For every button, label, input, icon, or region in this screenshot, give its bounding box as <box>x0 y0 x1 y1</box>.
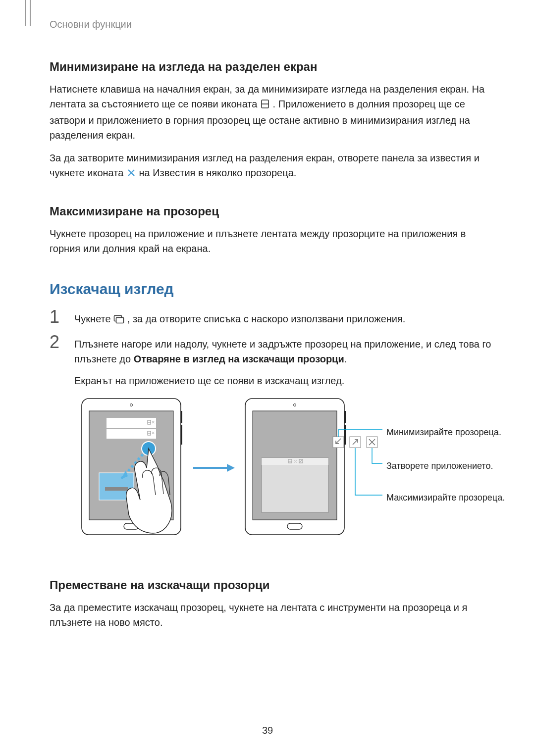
step-body: Плъзнете нагоре или надолу, чукнете и за… <box>74 337 510 554</box>
close-x-icon <box>126 167 136 182</box>
svg-rect-5 <box>116 318 124 323</box>
text: , за да отворите списъка с наскоро изпол… <box>127 313 406 324</box>
svg-rect-44 <box>333 437 344 448</box>
svg-rect-34 <box>344 411 346 423</box>
recents-icon <box>113 313 124 328</box>
section-header: Основни функции <box>50 19 485 30</box>
tab-decoration <box>25 0 31 26</box>
page-number: 39 <box>0 725 535 736</box>
step-number: 2 <box>50 335 74 350</box>
text: Чукнете <box>74 313 113 324</box>
step-1: 1 Чукнете , за да отворите списъка с нас… <box>50 311 485 328</box>
svg-rect-12 <box>107 418 156 428</box>
heading-maximize-window: Максимизиране на прозорец <box>50 204 485 218</box>
step-2: 2 Плъзнете нагоре или надолу, чукнете и … <box>50 337 485 554</box>
step-number: 1 <box>50 309 74 324</box>
step-body: Чукнете , за да отворите списъка с наско… <box>74 311 485 328</box>
text: на Известия в няколко прозореца. <box>139 167 296 178</box>
callout-maximize: Максимизирайте прозореца. <box>386 490 505 505</box>
svg-rect-10 <box>181 411 182 423</box>
bold-text: Отваряне в изглед на изскачащи прозорци <box>134 353 344 364</box>
page: Основни функции Минимизиране на изгледа … <box>0 0 535 756</box>
illustration <box>79 396 510 554</box>
callout-minimize: Минимизирайте прозореца. <box>386 425 501 440</box>
svg-rect-35 <box>344 425 346 445</box>
text: . <box>344 353 347 364</box>
heading-move-popup: Преместване на изскачащи прозорци <box>50 578 485 592</box>
figure-popup-view: Минимизирайте прозореца. Затворете прило… <box>79 396 510 554</box>
paragraph: За да затворите минимизирания изглед на … <box>50 151 485 182</box>
callout-close: Затворете приложението. <box>386 458 493 473</box>
paragraph: За да преместите изскачащ прозорец, чукн… <box>50 600 485 630</box>
paragraph: Екранът на приложението ще се появи в из… <box>74 373 510 388</box>
svg-rect-13 <box>107 429 156 439</box>
heading-minimize-split: Минимизиране на изгледа на разделен екра… <box>50 60 485 74</box>
svg-rect-23 <box>105 487 128 491</box>
split-screen-icon <box>260 98 270 113</box>
svg-marker-29 <box>227 464 235 472</box>
heading-popup-view: Изскачащ изглед <box>50 281 485 298</box>
paragraph: Натиснете клавиша на началния екран, за … <box>50 82 485 143</box>
svg-rect-11 <box>181 425 182 445</box>
svg-rect-36 <box>262 458 328 512</box>
paragraph: Чукнете прозорец на приложение и плъзнет… <box>50 226 485 256</box>
